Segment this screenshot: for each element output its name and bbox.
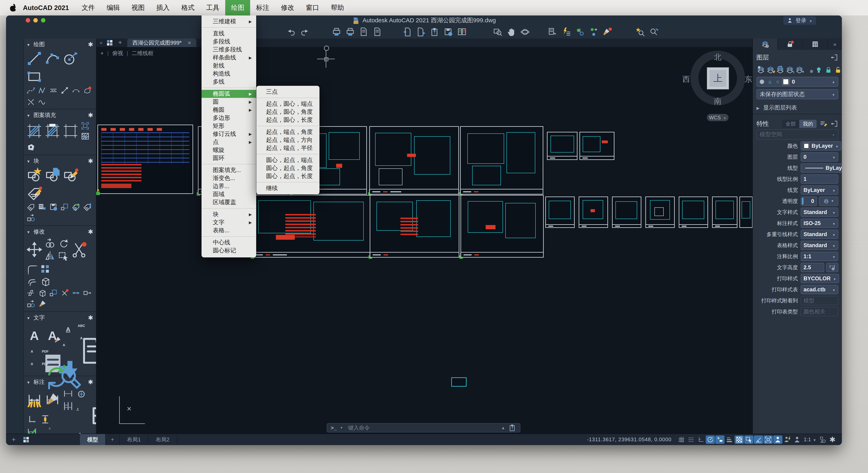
filter-all[interactable]: 全部: [782, 120, 799, 128]
auto-scale-toggle[interactable]: [783, 435, 792, 444]
linear-dimension-icon[interactable]: [27, 392, 42, 408]
close-tab-icon[interactable]: [188, 39, 191, 46]
quick-print-button[interactable]: [345, 27, 355, 37]
viewcube-top-face[interactable]: 上: [707, 67, 729, 89]
print-button[interactable]: [332, 27, 341, 37]
menu-item[interactable]: 边界...: [202, 182, 256, 190]
layer-off-icon[interactable]: [814, 65, 823, 74]
close-button[interactable]: [26, 18, 30, 23]
menu-item[interactable]: 图案填充...: [202, 166, 256, 174]
current-layer-dropdown[interactable]: 0: [756, 77, 838, 87]
layer-isolate-icon[interactable]: [785, 65, 794, 74]
gear-icon[interactable]: [88, 228, 93, 235]
export-button[interactable]: [416, 27, 426, 37]
attribute-display-icon[interactable]: [38, 202, 46, 211]
plot-settings-button[interactable]: [359, 27, 369, 37]
create-block-icon[interactable]: [44, 167, 60, 183]
attach-button[interactable]: [430, 27, 439, 37]
3d-align-icon[interactable]: [38, 288, 46, 297]
angular-dimension-icon[interactable]: x: [40, 427, 51, 434]
baseline-dimension-icon[interactable]: [63, 401, 73, 411]
command-clipboard-icon[interactable]: [508, 424, 516, 432]
drawing-tab-active[interactable]: 西湖公园完成图999*: [127, 39, 196, 47]
single-text-icon[interactable]: A: [63, 324, 73, 335]
text-align-icon[interactable]: A: [63, 336, 73, 347]
submenu-item[interactable]: 圆心，起点，角度: [256, 164, 319, 172]
viewport-view-label[interactable]: 俯视: [112, 50, 123, 57]
menu-item[interactable]: 多段线: [202, 38, 256, 45]
apple-icon[interactable]: [10, 4, 17, 12]
copy-icon[interactable]: [44, 238, 56, 249]
orbit-tool-button[interactable]: [520, 27, 530, 37]
fillet-icon[interactable]: [27, 264, 37, 275]
write-block-icon[interactable]: [49, 202, 58, 211]
match-properties-button[interactable]: [602, 27, 612, 37]
convert-block-icon[interactable]: [27, 214, 35, 223]
group-button[interactable]: [575, 27, 585, 37]
submenu-item[interactable]: 圆心，起点，长度: [256, 172, 319, 180]
find-replace-button[interactable]: [649, 27, 659, 37]
menu-item[interactable]: 矩形: [202, 122, 256, 130]
erase-brush-icon[interactable]: [38, 300, 46, 309]
select-similar-icon[interactable]: [58, 250, 69, 261]
viewcube-north[interactable]: 北: [710, 52, 726, 62]
tool-hatch-icon[interactable]: [44, 123, 60, 139]
import-button[interactable]: [402, 27, 412, 37]
region-icon[interactable]: [27, 143, 35, 152]
menu-item[interactable]: 三维建模: [202, 18, 256, 26]
etransmit-button[interactable]: [443, 27, 453, 37]
minimize-button[interactable]: [33, 18, 38, 23]
submenu-item[interactable]: 三点: [256, 88, 319, 96]
menu-item[interactable]: 螺旋: [202, 146, 256, 154]
replace-block-icon[interactable]: [83, 202, 92, 211]
rotate-icon[interactable]: [58, 238, 69, 249]
base-point-icon[interactable]: [60, 202, 69, 211]
viewport-expand[interactable]: +: [100, 50, 104, 57]
text-update-icon[interactable]: A: [27, 362, 37, 373]
pick-text-height-button[interactable]: [826, 263, 838, 272]
tab-layout1[interactable]: 布局1: [120, 434, 149, 445]
submenu-item[interactable]: 起点，圆心，长度: [256, 116, 319, 124]
gear-icon[interactable]: [88, 314, 93, 321]
menu-item[interactable]: 圆心标记: [202, 247, 256, 255]
multiline-icon[interactable]: [49, 86, 58, 95]
more-panels-icon[interactable]: [828, 39, 842, 50]
layer-freeze-icon[interactable]: [805, 65, 813, 74]
pdf-import-icon[interactable]: PDF: [40, 350, 51, 360]
submenu-item[interactable]: 起点，圆心，角度: [256, 108, 319, 116]
submenu-item[interactable]: 起点，端点，方向: [256, 136, 319, 144]
sign-in-button[interactable]: 登录: [784, 17, 816, 25]
polar-tracking-toggle[interactable]: [706, 435, 715, 444]
array-icon[interactable]: [40, 264, 51, 275]
annotation-scale-dropdown[interactable]: 1:1: [801, 252, 838, 261]
customize-list-icon[interactable]: [819, 120, 828, 128]
viewcube-south[interactable]: 南: [710, 96, 726, 106]
mirror-icon[interactable]: [44, 250, 56, 261]
menu-view[interactable]: 视图: [126, 0, 151, 15]
snap-toggle[interactable]: [686, 435, 695, 444]
quick-select-button[interactable]: [562, 27, 571, 37]
menu-item-elliptical-arc[interactable]: 椭圆弧: [202, 90, 256, 98]
settings-gear-icon[interactable]: [828, 435, 837, 444]
selection-cycling-toggle[interactable]: [744, 435, 753, 444]
pan-tool-button[interactable]: [506, 27, 516, 37]
tab-layout2[interactable]: 布局2: [149, 434, 177, 445]
text-table-icon[interactable]: A: [27, 350, 37, 360]
dynamic-input-toggle[interactable]: [754, 435, 763, 444]
text-height-input[interactable]: 2.5: [801, 263, 824, 272]
lineweight-toggle[interactable]: [725, 435, 734, 444]
properties-button[interactable]: [548, 27, 558, 37]
vertical-dimension-icon[interactable]: [40, 414, 51, 425]
freehand-icon[interactable]: [38, 97, 46, 106]
ellipse-icon[interactable]: [71, 86, 81, 95]
linetype-dropdown[interactable]: ByLayer: [801, 163, 842, 172]
menu-item[interactable]: 表格...: [202, 226, 256, 234]
divide-icon[interactable]: [27, 97, 35, 106]
scale-icon[interactable]: [49, 288, 58, 297]
app-menu-name[interactable]: AutoCAD 2021: [22, 0, 76, 15]
lineweight-dropdown[interactable]: ByLayer: [801, 186, 838, 195]
menu-item[interactable]: 圆环: [202, 154, 256, 162]
tab-references[interactable]: [778, 39, 803, 50]
tab-layers[interactable]: [753, 39, 778, 50]
command-options-icon[interactable]: [340, 426, 343, 430]
